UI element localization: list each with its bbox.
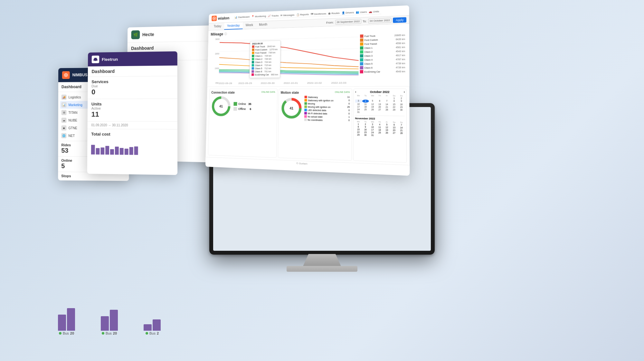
cal2-14[interactable]: 14 — [398, 126, 405, 129]
hecte-app-name: Hecte — [142, 32, 154, 37]
nav-geofences[interactable]: 🗺 Geofences — [311, 12, 326, 16]
cal2-28[interactable]: 28 — [398, 132, 405, 134]
cal-day-11[interactable]: 11 — [362, 103, 369, 105]
cal2-17[interactable]: 17 — [369, 129, 376, 131]
cal-day-23[interactable]: 23 — [398, 106, 405, 109]
legend-label-2: Ford Custom — [365, 38, 395, 41]
cal-day-4[interactable]: 4 — [362, 100, 369, 102]
bbar-2-1 — [101, 316, 109, 331]
cal-day-6[interactable]: 6 — [376, 100, 383, 103]
cal-day-10[interactable]: 10 — [355, 103, 362, 105]
cal-day-28[interactable]: 28 — [384, 109, 390, 111]
cal-day-18[interactable]: 18 — [362, 106, 369, 108]
cal2-19[interactable]: 19 — [384, 129, 390, 132]
nav-tracks[interactable]: 📈 Tracks — [268, 14, 279, 17]
cal-day-30[interactable]: 30 — [398, 109, 405, 111]
cal-day-5[interactable]: 5 — [369, 100, 376, 102]
cal-day-27[interactable]: 27 — [376, 108, 383, 111]
cal2-15[interactable]: 15 — [355, 128, 362, 131]
bus-count-1: 20 — [70, 331, 74, 335]
cal2-24[interactable]: 24 — [369, 131, 376, 134]
cal-day-20[interactable]: 20 — [376, 106, 383, 108]
apply-button[interactable]: Apply — [393, 17, 406, 23]
state-row: Connection state ONLINE DATA 41 — [206, 86, 410, 165]
cal2-3[interactable]: 3 — [369, 123, 376, 126]
cost-bar-2 — [96, 148, 100, 154]
cal2-25[interactable]: 25 — [376, 132, 383, 134]
cal-day-31[interactable]: 31 — [355, 111, 362, 113]
cal2-11[interactable]: 11 — [376, 126, 383, 129]
nav-units[interactable]: 🚗 Units — [369, 10, 379, 13]
nav-routes[interactable]: 🛣 Routes — [328, 12, 340, 15]
cal-day-19[interactable]: 19 — [369, 106, 376, 108]
cal2-10[interactable]: 10 — [369, 126, 376, 128]
cal2-27[interactable]: 27 — [391, 132, 398, 134]
cal-day-9[interactable]: 9 — [398, 100, 405, 103]
cal2-26[interactable]: 26 — [384, 132, 390, 134]
cal-day-1[interactable]: 1 — [391, 97, 397, 99]
cal-day-29[interactable]: 29 — [391, 109, 397, 111]
hecte-title: Hecte — [142, 32, 154, 37]
cal-day-25[interactable]: 25 — [362, 108, 369, 111]
cal2-hdr-fr: Fr — [384, 121, 390, 123]
chevron-right-icon[interactable]: › — [404, 90, 405, 94]
tooltip-color-8 — [251, 67, 254, 70]
tooltip-value-6: 724 km — [264, 61, 271, 63]
cal2-5[interactable]: 5 — [384, 123, 390, 126]
cal2-2[interactable]: 2 — [362, 123, 369, 126]
cal2-22[interactable]: 22 — [355, 131, 362, 133]
y-label-950: 950 — [210, 82, 219, 84]
cal2-8[interactable]: 8 — [355, 125, 362, 128]
cal-day-21[interactable]: 21 — [384, 106, 390, 108]
cal2-6[interactable]: 6 — [391, 123, 398, 126]
cal-day-8[interactable]: 8 — [391, 100, 397, 103]
cal2-header: November 2022 — [355, 117, 405, 121]
cal2-29[interactable]: 29 — [355, 133, 362, 136]
nimbus-app-name: NIMBUS — [72, 73, 88, 77]
tab-month[interactable]: Month — [256, 21, 270, 29]
motion-donut-chart: 41 — [280, 97, 303, 120]
nav-messages[interactable]: ✉ Messages — [280, 14, 295, 17]
nav-reports[interactable]: 📋 Reports — [296, 13, 309, 16]
from-value: 28 September 2022 — [335, 19, 361, 24]
cal-day-24[interactable]: 24 — [355, 108, 362, 111]
cal-day-13[interactable]: 13 — [376, 103, 383, 105]
cal2-13[interactable]: 13 — [391, 126, 398, 129]
svg-text:2022-10-03: 2022-10-03 — [331, 82, 346, 84]
nav-dashboard[interactable]: 📊 Dashboard — [234, 15, 250, 19]
tab-yesterday[interactable]: Yesterday — [224, 22, 243, 30]
cal-day-26[interactable]: 26 — [369, 108, 376, 111]
cal-day-14[interactable]: 14 — [384, 103, 390, 106]
cal2-9[interactable]: 9 — [362, 126, 369, 128]
chevron-left-icon[interactable]: ‹ — [355, 90, 356, 93]
cal-day-12[interactable]: 12 — [369, 103, 376, 105]
gtne-icon: ◆ — [62, 125, 67, 131]
cal-day-17[interactable]: 17 — [355, 105, 362, 108]
cal-day-22[interactable]: 22 — [391, 106, 397, 108]
cal2-12[interactable]: 12 — [384, 126, 390, 129]
cal2-hdr-su: Su — [398, 121, 405, 123]
cal-day-2[interactable]: 2 — [398, 97, 405, 99]
cal2-31[interactable]: 31 — [369, 134, 376, 136]
cal-day-15[interactable]: 15 — [391, 103, 397, 106]
cal2-30[interactable]: 30 — [362, 134, 369, 136]
cal2-4[interactable]: 4 — [376, 123, 383, 126]
bbar-1-2 — [67, 308, 75, 331]
nav-drivers[interactable]: 👤 Drivers — [342, 11, 354, 15]
cal2-1[interactable]: 1 — [355, 123, 362, 125]
legend-value-8: 4739 km — [396, 62, 405, 64]
cal-day-16[interactable]: 16 — [398, 103, 405, 106]
cal2-23[interactable]: 23 — [362, 131, 369, 134]
cal2-18[interactable]: 18 — [376, 129, 383, 131]
tab-week[interactable]: Week — [242, 22, 256, 29]
cal2-7[interactable]: 7 — [398, 124, 405, 126]
nav-users[interactable]: 👥 Users — [356, 10, 367, 14]
motion-val-3: 0 — [348, 102, 350, 105]
cal2-16[interactable]: 16 — [362, 128, 369, 131]
nav-monitoring[interactable]: 📍 Monitoring — [251, 15, 266, 18]
cal-day-7[interactable]: 7 — [384, 100, 390, 103]
cal2-21[interactable]: 21 — [398, 129, 405, 132]
cal-day-3[interactable]: 3 — [355, 100, 362, 102]
cal2-20[interactable]: 20 — [391, 129, 398, 132]
tab-today[interactable]: Today — [211, 23, 224, 30]
